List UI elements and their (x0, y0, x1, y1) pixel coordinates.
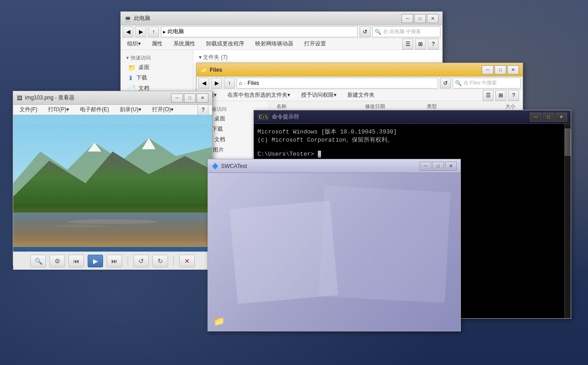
cmd-minimize-btn[interactable]: ─ (530, 113, 542, 122)
thispc-ribbon-settings[interactable]: 打开设置 (301, 39, 329, 49)
thispc-section-arrow: ▾ (199, 54, 203, 60)
thispc-addressbar[interactable]: ▸ 此电脑 (161, 26, 358, 37)
imgviewer-window: 🖼 img103.png - 查看器 ─ □ ✕ 文件(F) 打印(P)▾ 电子… (13, 91, 212, 266)
files-downloads-label: 下载 (212, 125, 223, 133)
thispc-ribbon: 组织▾ 属性 系统属性 卸载或更改程序 映射网络驱动器 打开设置 ☰ ⊞ ? (121, 38, 442, 50)
files-ribbon-newfolder[interactable]: 新建文件夹 (345, 90, 377, 100)
files-desktop-label: 桌面 (214, 115, 225, 123)
thispc-back-btn[interactable]: ◀ (123, 26, 133, 37)
imgviewer-minimize-btn[interactable]: ─ (171, 94, 183, 103)
imgviewer-content (13, 115, 212, 252)
swcatest-close-btn[interactable]: ✕ (445, 162, 457, 171)
files-searchbox[interactable]: 🔍 在 Files 中搜索 (453, 78, 521, 89)
thispc-title-area: 💻 此电脑 (124, 15, 401, 22)
swcatest-minimize-btn[interactable]: ─ (420, 162, 431, 171)
imgviewer-help-btn[interactable]: ? (198, 104, 208, 115)
swcatest-maximize-btn[interactable]: □ (432, 162, 444, 171)
thispc-quickaccess-section: ▾ 快速访问 📁 桌面 ⬇ 下载 📄 文档 (121, 52, 193, 95)
imgviewer-delete-btn[interactable]: ✕ (179, 255, 195, 267)
cmd-maximize-btn[interactable]: □ (543, 113, 554, 122)
files-help-btn[interactable]: ? (508, 90, 519, 101)
imgviewer-title-text: img103.png - 查看器 (25, 94, 74, 102)
thispc-titlebar[interactable]: 💻 此电脑 ─ □ ✕ (121, 12, 442, 25)
thispc-path-label: 此电脑 (168, 28, 184, 35)
thispc-ribbon-mapnetwork[interactable]: 映射网络驱动器 (252, 39, 296, 49)
thispc-minimize-btn[interactable]: ─ (401, 14, 413, 23)
files-navbar: ◀ ▶ ↑ ⌂ › Files ↺ 🔍 在 Files 中搜索 (197, 77, 523, 89)
thispc-maximize-btn[interactable]: □ (414, 14, 426, 23)
files-view-btn2[interactable]: ⊞ (495, 90, 506, 101)
files-ribbon-access[interactable]: 授予访问权限▾ (298, 90, 339, 100)
files-close-btn[interactable]: ✕ (507, 65, 519, 74)
imgviewer-close-btn[interactable]: ✕ (197, 94, 208, 103)
cmd-title-icon: C:\ (257, 113, 269, 120)
files-view-btn1[interactable]: ☰ (483, 90, 494, 101)
files-addressbar[interactable]: ⌂ › Files (237, 78, 438, 89)
imgviewer-next-btn[interactable]: ⏭ (107, 255, 122, 267)
files-ribbon-include[interactable]: 在库中包含所选的文件夹▾ (225, 90, 293, 100)
thispc-ribbon-organize[interactable]: 组织▾ (124, 39, 143, 49)
imgviewer-rotateleft-btn[interactable]: ↺ (133, 255, 149, 267)
thispc-up-btn[interactable]: ↑ (148, 26, 159, 37)
imgviewer-menu-email[interactable]: 电子邮件(E) (77, 105, 112, 114)
swcatest-icon: 🔷 (212, 163, 218, 169)
thispc-ribbon-sysprops[interactable]: 系统属性 (171, 39, 198, 49)
files-minimize-btn[interactable]: ─ (482, 65, 494, 74)
thispc-view-btn2[interactable]: ⊞ (415, 39, 426, 49)
swcatest-title-area: 🔷 SWCATest (212, 163, 420, 169)
cmd-titlebar[interactable]: C:\ 命令提示符 ─ □ ✕ (254, 110, 571, 124)
thispc-forward-btn[interactable]: ▶ (135, 26, 146, 37)
imgviewer-zoom-btn[interactable]: 🔍 (30, 255, 46, 267)
imgviewer-prev-btn[interactable]: ⏮ (69, 255, 84, 267)
thispc-sidebar-desktop[interactable]: 📁 桌面 (124, 62, 189, 73)
cmd-line1: Microsoft Windows [版本 10.0.19045.3930] (257, 128, 567, 136)
files-folder-icon: 📁 (200, 67, 207, 73)
swcatest-controls: ─ □ ✕ (420, 162, 457, 171)
thispc-folder-count-label: 文件夹 (7) (203, 54, 227, 60)
imgviewer-menu-print[interactable]: 打印(P)▾ (45, 105, 72, 114)
thispc-close-btn[interactable]: ✕ (427, 14, 439, 23)
cmd-cursor: _ (318, 151, 321, 158)
cmd-close-btn[interactable]: ✕ (555, 113, 567, 122)
imgviewer-menu-burn[interactable]: 刻录(U)▾ (117, 105, 144, 114)
thispc-refresh-btn[interactable]: ↺ (360, 26, 371, 37)
thispc-quickaccess-label: 快速访问 (131, 54, 151, 61)
cmd-scrollbar-thumb[interactable] (564, 128, 571, 156)
imgviewer-titlebar[interactable]: 🖼 img103.png - 查看器 ─ □ ✕ (13, 91, 212, 105)
files-title-text: Files (210, 67, 222, 73)
files-refresh-btn[interactable]: ↺ (440, 78, 451, 89)
cmd-scrollbar-track[interactable] (564, 124, 571, 318)
svg-point-6 (54, 225, 108, 227)
imgviewer-menu-file[interactable]: 文件(F) (17, 105, 40, 114)
files-maximize-btn[interactable]: □ (494, 65, 506, 74)
imgviewer-menubar: 文件(F) 打印(P)▾ 电子邮件(E) 刻录(U)▾ 打开(O)▾ ? (13, 105, 212, 115)
cmd-prompt: C:\Users\Tester> (257, 151, 314, 158)
thispc-sidebar-downloads[interactable]: ⬇ 下载 (124, 73, 189, 83)
imgviewer-menu-open[interactable]: 打开(O)▾ (149, 105, 176, 114)
swcatest-folder-icon: 📁 (213, 316, 225, 326)
files-title-area: 📁 Files (200, 67, 482, 73)
thispc-quickaccess-title: ▾ 快速访问 (124, 54, 189, 62)
thispc-search-placeholder: 在 此电脑 中搜索 (383, 28, 421, 35)
toolbar-separator1 (128, 256, 128, 266)
imgviewer-maximize-btn[interactable]: □ (184, 94, 196, 103)
thispc-searchbox[interactable]: 🔍 在 此电脑 中搜索 (372, 26, 440, 37)
files-up-btn[interactable]: ↑ (224, 78, 235, 89)
thispc-view-btn1[interactable]: ☰ (402, 39, 413, 49)
cmd-prompt-line: C:\Users\Tester> _ (257, 151, 567, 158)
thispc-downloads-icon: ⬇ (128, 74, 133, 82)
files-titlebar[interactable]: 📁 Files ─ □ ✕ (197, 63, 523, 77)
imgviewer-rotateright-btn[interactable]: ↻ (153, 255, 168, 267)
thispc-ribbon-properties[interactable]: 属性 (149, 39, 165, 49)
files-back-btn[interactable]: ◀ (198, 78, 209, 89)
files-search-placeholder: 在 Files 中搜索 (464, 79, 497, 86)
thispc-controls: ─ □ ✕ (401, 14, 439, 23)
swcatest-titlebar[interactable]: 🔷 SWCATest ─ □ ✕ (208, 159, 460, 173)
thispc-help-btn[interactable]: ? (428, 39, 439, 49)
thispc-ribbon-uninstall[interactable]: 卸载或更改程序 (203, 39, 247, 49)
imgviewer-play-btn[interactable]: ▶ (88, 255, 103, 267)
swcatest-content: 📁 (208, 173, 460, 331)
imgviewer-settings-btn[interactable]: ⚙ (49, 255, 65, 267)
files-forward-btn[interactable]: ▶ (211, 78, 222, 89)
files-path-label: Files (247, 80, 259, 86)
